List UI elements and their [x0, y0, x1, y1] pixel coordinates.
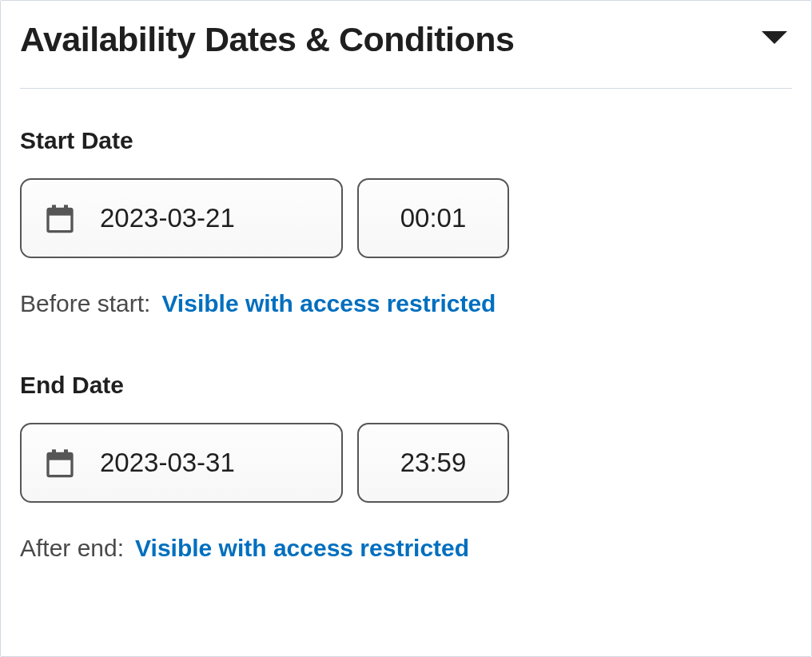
after-end-link[interactable]: Visible with access restricted — [135, 535, 469, 562]
collapse-toggle[interactable] — [757, 26, 792, 54]
after-end-label: After end: — [20, 535, 124, 562]
before-start-row: Before start: Visible with access restri… — [20, 290, 792, 317]
end-date-label: End Date — [20, 372, 792, 399]
before-start-label: Before start: — [20, 290, 150, 317]
start-input-row: 2023-03-21 00:01 — [20, 178, 792, 258]
start-date-label: Start Date — [20, 127, 792, 154]
start-date-value: 2023-03-21 — [100, 203, 235, 233]
end-time-value: 23:59 — [400, 448, 467, 478]
svg-rect-2 — [52, 205, 56, 211]
calendar-icon — [44, 447, 76, 479]
start-time-input[interactable]: 00:01 — [357, 178, 509, 258]
svg-rect-1 — [48, 209, 72, 215]
start-time-value: 00:01 — [400, 203, 467, 233]
section-header: Availability Dates & Conditions — [20, 20, 792, 59]
svg-rect-5 — [48, 453, 72, 460]
after-end-row: After end: Visible with access restricte… — [20, 535, 792, 562]
chevron-down-icon — [760, 30, 789, 50]
end-date-group: End Date 2023-03-31 23:59 After end: — [20, 372, 792, 562]
svg-rect-3 — [64, 205, 68, 211]
end-time-input[interactable]: 23:59 — [357, 423, 509, 503]
end-date-value: 2023-03-31 — [100, 448, 235, 478]
divider — [20, 88, 792, 89]
section-title: Availability Dates & Conditions — [20, 20, 514, 59]
svg-rect-7 — [64, 449, 68, 456]
calendar-icon — [44, 202, 76, 234]
before-start-link[interactable]: Visible with access restricted — [161, 290, 496, 317]
start-date-input[interactable]: 2023-03-21 — [20, 178, 343, 258]
start-date-group: Start Date 2023-03-21 00:01 Before start… — [20, 127, 792, 317]
end-date-input[interactable]: 2023-03-31 — [20, 423, 343, 503]
availability-panel: Availability Dates & Conditions Start Da… — [0, 0, 812, 657]
end-input-row: 2023-03-31 23:59 — [20, 423, 792, 503]
svg-rect-6 — [52, 449, 56, 456]
